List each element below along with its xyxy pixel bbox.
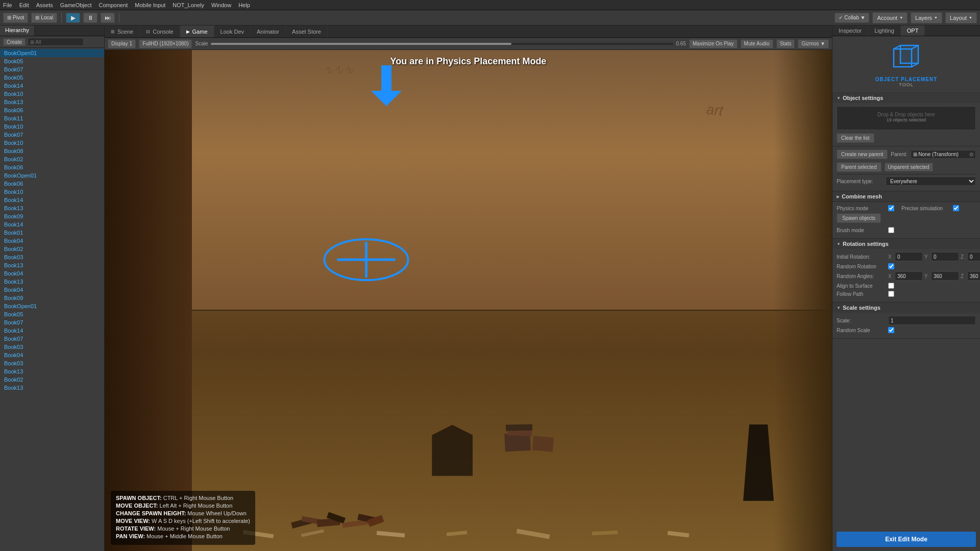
layers-button[interactable]: Layers xyxy=(911,12,942,23)
random-rotation-checkbox[interactable] xyxy=(888,263,894,269)
list-item[interactable]: Book13 xyxy=(0,384,104,392)
list-item[interactable]: Book09 xyxy=(0,212,104,220)
menu-gameobject[interactable]: GameObject xyxy=(60,2,92,8)
local-button[interactable]: ⊞ Local xyxy=(31,13,57,23)
pivot-button[interactable]: ⊞ Pivot xyxy=(3,13,28,23)
menu-component[interactable]: Component xyxy=(99,2,128,8)
rotation-header[interactable]: ▼ Rotation settings xyxy=(832,239,980,249)
random-angles-x[interactable] xyxy=(895,271,923,281)
list-item[interactable]: Book04 xyxy=(0,269,104,278)
scale-header[interactable]: ▼ Scale settings xyxy=(832,303,980,313)
parent-selected-button[interactable]: Parent selected xyxy=(837,162,881,172)
list-item[interactable]: Book03 xyxy=(0,343,104,351)
combine-mesh-header[interactable]: ▶ Combine mesh xyxy=(832,191,980,202)
physics-mode-checkbox[interactable] xyxy=(888,205,894,211)
precise-sim-checkbox[interactable] xyxy=(953,205,959,211)
maximize-on-play-button[interactable]: Maximize On Play xyxy=(689,39,738,48)
display-button[interactable]: Display 1 xyxy=(108,39,136,48)
list-item[interactable]: Book14 xyxy=(0,327,104,335)
list-item[interactable]: BookOpen01 xyxy=(0,49,104,57)
menu-help[interactable]: Help xyxy=(238,2,250,8)
tab-animator[interactable]: Animator xyxy=(251,26,286,37)
list-item[interactable]: Book07 xyxy=(0,131,104,139)
random-angles-y[interactable] xyxy=(931,271,959,281)
exit-edit-mode-button[interactable]: Exit Edit Mode xyxy=(837,532,976,547)
pause-button[interactable]: ⏸ xyxy=(83,13,97,23)
hierarchy-create-button[interactable]: Create xyxy=(3,38,26,46)
tab-lighting[interactable]: Lighting xyxy=(868,26,901,36)
create-new-parent-button[interactable]: Create new parent xyxy=(837,149,888,159)
align-to-surface-checkbox[interactable] xyxy=(888,283,894,289)
list-item[interactable]: Book04 xyxy=(0,351,104,359)
spawn-objects-button[interactable]: Spawn objects xyxy=(837,213,881,223)
menu-edit[interactable]: Edit xyxy=(19,2,29,8)
initial-rotation-z[interactable] xyxy=(967,252,980,261)
placement-type-select[interactable]: Everywhere xyxy=(886,177,976,186)
follow-path-checkbox[interactable] xyxy=(888,291,894,297)
random-scale-checkbox[interactable] xyxy=(888,327,894,333)
list-item[interactable]: Book07 xyxy=(0,335,104,343)
list-item[interactable]: Book10 xyxy=(0,188,104,196)
list-item[interactable]: Book14 xyxy=(0,220,104,229)
list-item[interactable]: Book14 xyxy=(0,196,104,204)
list-item[interactable]: Book05 xyxy=(0,57,104,65)
list-item[interactable]: Book02 xyxy=(0,245,104,253)
list-item[interactable]: Book03 xyxy=(0,253,104,261)
tab-console[interactable]: ⊟ Console xyxy=(140,26,180,37)
list-item[interactable]: Book07 xyxy=(0,65,104,73)
list-item[interactable]: Book10 xyxy=(0,139,104,147)
resolution-button[interactable]: FullHD (980×551) xyxy=(139,39,192,48)
mute-audio-button[interactable]: Mute Audio xyxy=(741,39,773,48)
list-item[interactable]: Book02 xyxy=(0,155,104,163)
list-item[interactable]: Book06 xyxy=(0,106,104,114)
tab-lookdev[interactable]: Look Dev xyxy=(214,26,251,37)
stats-button[interactable]: Stats xyxy=(776,39,795,48)
list-item[interactable]: Book10 xyxy=(0,90,104,98)
play-button[interactable]: ▶ xyxy=(66,13,80,23)
list-item[interactable]: Book11 xyxy=(0,114,104,122)
menu-window[interactable]: Window xyxy=(211,2,231,8)
scale-input[interactable] xyxy=(888,316,976,325)
list-item[interactable]: Book08 xyxy=(0,147,104,155)
list-item[interactable]: Book04 xyxy=(0,286,104,294)
unparent-selected-button[interactable]: Unparent selected xyxy=(885,163,933,171)
game-viewport[interactable]: graffiti art ∿∿∿ You are in Physics Plac… xyxy=(105,50,832,551)
parent-icon[interactable]: ⊙ xyxy=(969,152,973,157)
tab-game[interactable]: ▶ Game xyxy=(180,26,214,37)
list-item[interactable]: Book13 xyxy=(0,261,104,269)
collab-button[interactable]: ✓ Collab ▼ xyxy=(835,13,869,23)
list-item[interactable]: Book13 xyxy=(0,367,104,375)
list-item[interactable]: Book04 xyxy=(0,237,104,245)
list-item[interactable]: Book13 xyxy=(0,278,104,286)
hierarchy-tab[interactable]: Hierarchy xyxy=(0,26,35,36)
scale-slider[interactable] xyxy=(211,43,673,45)
list-item[interactable]: BookOpen01 xyxy=(0,171,104,180)
list-item[interactable]: Book13 xyxy=(0,98,104,106)
menu-not-lonely[interactable]: NOT_Lonely xyxy=(173,2,204,8)
parent-dropdown[interactable]: ⊞ None (Transform) ⊙ xyxy=(911,150,976,159)
tab-assetstore[interactable]: Asset Store xyxy=(286,26,328,37)
hierarchy-search-input[interactable] xyxy=(28,38,84,46)
account-button[interactable]: Account xyxy=(872,12,908,23)
menu-assets[interactable]: Assets xyxy=(36,2,53,8)
initial-rotation-x[interactable] xyxy=(895,252,923,261)
layout-button[interactable]: Layout xyxy=(945,12,977,23)
drop-zone[interactable]: Drop & Drop objects here 19 objects sele… xyxy=(837,106,976,130)
tab-inspector[interactable]: Inspector xyxy=(832,26,868,36)
tab-scene[interactable]: ⊞ Scene xyxy=(105,26,140,37)
tab-opt[interactable]: OPT xyxy=(901,26,925,36)
menu-mobile-input[interactable]: Mobile Input xyxy=(135,2,165,8)
list-item[interactable]: Book14 xyxy=(0,82,104,90)
menu-file[interactable]: File xyxy=(3,2,12,8)
list-item[interactable]: Book06 xyxy=(0,163,104,171)
random-angles-z[interactable] xyxy=(967,271,980,281)
initial-rotation-y[interactable] xyxy=(931,252,959,261)
list-item[interactable]: Book09 xyxy=(0,294,104,302)
list-item[interactable]: Book13 xyxy=(0,204,104,212)
object-settings-header[interactable]: ▼ Object settings xyxy=(832,93,980,103)
list-item[interactable]: Book03 xyxy=(0,359,104,367)
list-item[interactable]: Book05 xyxy=(0,73,104,82)
gizmos-button[interactable]: Gizmos ▼ xyxy=(798,39,829,48)
brush-mode-checkbox[interactable] xyxy=(888,227,894,233)
step-button[interactable]: ⏭ xyxy=(101,13,115,23)
